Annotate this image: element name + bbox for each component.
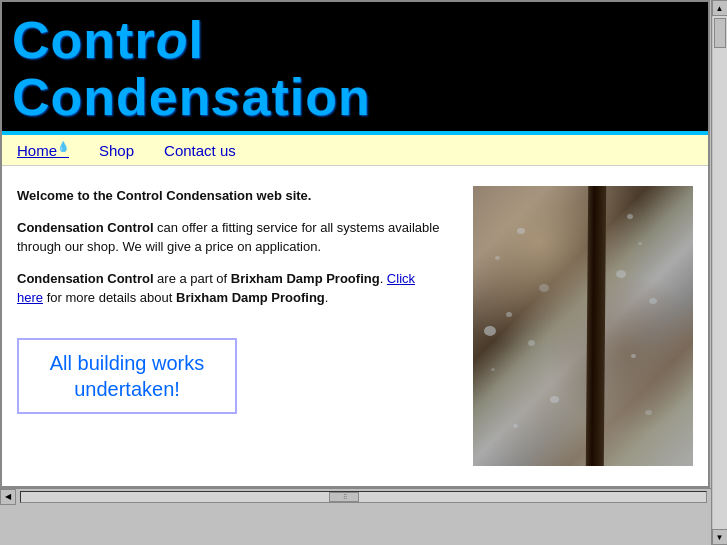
scroll-left-arrow[interactable]: ◀: [0, 489, 16, 505]
banner-box: All building works undertaken!: [17, 338, 237, 414]
banner-text: All building works undertaken!: [34, 350, 220, 402]
brixham-bold2: Brixham Damp Proofing: [176, 290, 325, 305]
nav-home[interactable]: Home💧: [17, 141, 69, 159]
nav-bar: Home💧 Shop Contact us: [2, 135, 708, 166]
brixham-bold1: Brixham Damp Proofing: [231, 271, 380, 286]
title-line2: Condensation: [12, 69, 698, 126]
site-title: Control Condensation: [12, 12, 698, 126]
banner-line2: undertaken!: [74, 378, 180, 400]
nav-home-label: Home: [17, 142, 57, 159]
vscroll-thumb[interactable]: [714, 18, 726, 48]
scroll-up-arrow[interactable]: ▲: [712, 0, 728, 16]
nav-shop-label: Shop: [99, 142, 134, 159]
droplets-overlay: [473, 186, 693, 466]
scroll-down-arrow[interactable]: ▼: [712, 529, 728, 545]
scrollbar-thumb[interactable]: ⠿: [329, 492, 359, 502]
main-content: Welcome to the Control Condensation web …: [2, 166, 708, 486]
site-header: Control Condensation: [2, 2, 708, 135]
condensation-control-bold2: Condensation Control: [17, 271, 154, 286]
condensation-image: [473, 186, 693, 466]
vscroll-track[interactable]: [713, 16, 727, 529]
text-section: Welcome to the Control Condensation web …: [17, 186, 453, 466]
image-section: [473, 186, 693, 466]
title-line1: Control: [12, 12, 698, 69]
horizontal-scrollbar[interactable]: ◀ ⠿ ▶: [0, 488, 727, 504]
vertical-scrollbar[interactable]: ▲ ▼: [711, 0, 727, 545]
nav-contact-label: Contact us: [164, 142, 236, 159]
scrollbar-track[interactable]: ⠿: [20, 491, 707, 503]
paragraph2: Condensation Control are a part of Brixh…: [17, 269, 443, 308]
scrollbar-grip: ⠿: [343, 493, 346, 500]
banner-line1: All building works: [50, 352, 205, 374]
nav-shop[interactable]: Shop: [99, 142, 134, 159]
condensation-control-bold1: Condensation Control: [17, 220, 154, 235]
nav-contact[interactable]: Contact us: [164, 142, 236, 159]
paragraph1: Condensation Control can offer a fitting…: [17, 218, 443, 257]
welcome-title: Welcome to the Control Condensation web …: [17, 188, 311, 203]
